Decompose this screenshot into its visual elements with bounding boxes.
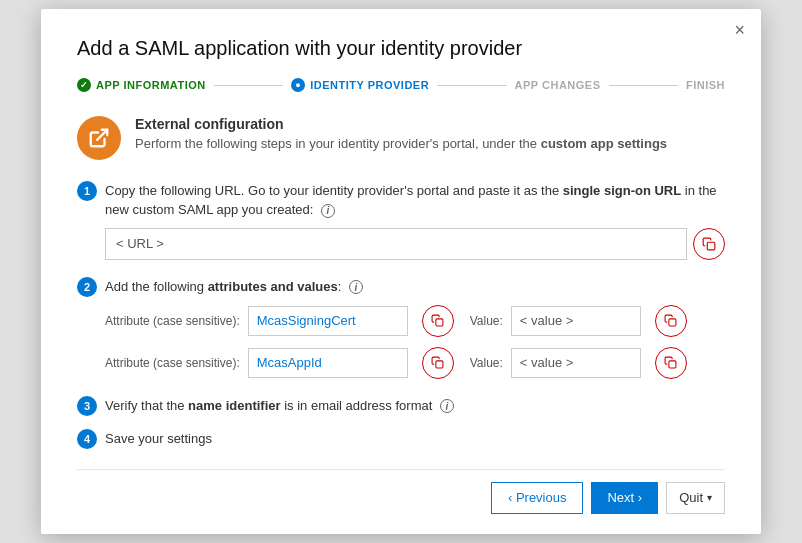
copy-val-1-button[interactable] — [655, 305, 687, 337]
step-identity-provider: ● IDENTITY PROVIDER — [291, 78, 429, 92]
attr-input-2[interactable] — [248, 348, 408, 378]
val-label-1: Value: — [470, 314, 503, 328]
external-config-icon — [77, 116, 121, 160]
modal-container: × Add a SAML application with your ident… — [41, 9, 761, 534]
step-row-4: 4 Save your settings — [77, 428, 725, 449]
attr-rows: Attribute (case sensitive): Value: — [105, 305, 725, 379]
step3-num: 3 — [77, 396, 97, 416]
quit-chevron-icon: ▾ — [707, 492, 712, 503]
step-finish: FINISH — [686, 79, 725, 91]
copy-val-2-button[interactable] — [655, 347, 687, 379]
step2-num: 2 — [77, 277, 97, 297]
previous-button[interactable]: ‹ Previous — [491, 482, 584, 514]
step-app-changes-label: APP CHANGES — [515, 79, 601, 91]
step-app-information: ✓ APP INFORMATION — [77, 78, 206, 92]
step-finish-label: FINISH — [686, 79, 725, 91]
svg-rect-3 — [669, 319, 676, 326]
attr-label-2: Attribute (case sensitive): — [105, 356, 240, 370]
copy-attr-1-button[interactable] — [422, 305, 454, 337]
info-icon-2[interactable]: i — [349, 280, 363, 294]
svg-line-0 — [97, 130, 107, 140]
quit-button[interactable]: Quit ▾ — [666, 482, 725, 514]
step-row-1: 1 Copy the following URL. Go to your ide… — [77, 180, 725, 260]
next-button[interactable]: Next › — [591, 482, 658, 514]
section-header: External configuration Perform the follo… — [77, 116, 725, 160]
check-icon: ✓ — [77, 78, 91, 92]
close-button[interactable]: × — [734, 21, 745, 39]
step-row-3: 3 Verify that the name identifier is in … — [77, 395, 725, 416]
step4-num: 4 — [77, 429, 97, 449]
step3-text: Verify that the name identifier is in em… — [105, 398, 725, 414]
attr-input-1[interactable] — [248, 306, 408, 336]
modal-title: Add a SAML application with your identit… — [77, 37, 725, 60]
svg-rect-2 — [436, 319, 443, 326]
svg-rect-4 — [436, 361, 443, 368]
attr-row-2: Attribute (case sensitive): Value: — [105, 347, 725, 379]
step-app-changes: APP CHANGES — [515, 79, 601, 91]
step1-label: 1 Copy the following URL. Go to your ide… — [77, 180, 725, 220]
svg-rect-5 — [669, 361, 676, 368]
attr-row-1: Attribute (case sensitive): Value: — [105, 305, 725, 337]
section-desc: Perform the following steps in your iden… — [135, 135, 667, 153]
step-app-info-label: APP INFORMATION — [96, 79, 206, 91]
modal-footer: ‹ Previous Next › Quit ▾ — [77, 469, 725, 514]
active-dot-icon: ● — [291, 78, 305, 92]
copy-url-button[interactable] — [693, 228, 725, 260]
step-connector-1 — [214, 85, 283, 86]
url-field-wrap — [105, 228, 725, 260]
step1-text: Copy the following URL. Go to your ident… — [105, 181, 725, 220]
copy-attr-2-button[interactable] — [422, 347, 454, 379]
info-icon-1[interactable]: i — [321, 204, 335, 218]
svg-rect-1 — [707, 242, 715, 250]
step2-text: Add the following attributes and values:… — [105, 277, 725, 297]
step4-text: Save your settings — [105, 431, 725, 446]
steps-bar: ✓ APP INFORMATION ● IDENTITY PROVIDER AP… — [77, 78, 725, 92]
step-identity-label: IDENTITY PROVIDER — [310, 79, 429, 91]
val-input-1[interactable] — [511, 306, 641, 336]
attr-label-1: Attribute (case sensitive): — [105, 314, 240, 328]
step-connector-2 — [437, 85, 506, 86]
section-text: External configuration Perform the follo… — [135, 116, 667, 153]
step2-label: 2 Add the following attributes and value… — [77, 276, 725, 297]
section-title: External configuration — [135, 116, 667, 132]
step-connector-3 — [609, 85, 678, 86]
info-icon-3[interactable]: i — [440, 399, 454, 413]
step1-num: 1 — [77, 181, 97, 201]
val-input-2[interactable] — [511, 348, 641, 378]
url-input[interactable] — [105, 228, 687, 260]
step-row-2: 2 Add the following attributes and value… — [77, 276, 725, 379]
val-label-2: Value: — [470, 356, 503, 370]
